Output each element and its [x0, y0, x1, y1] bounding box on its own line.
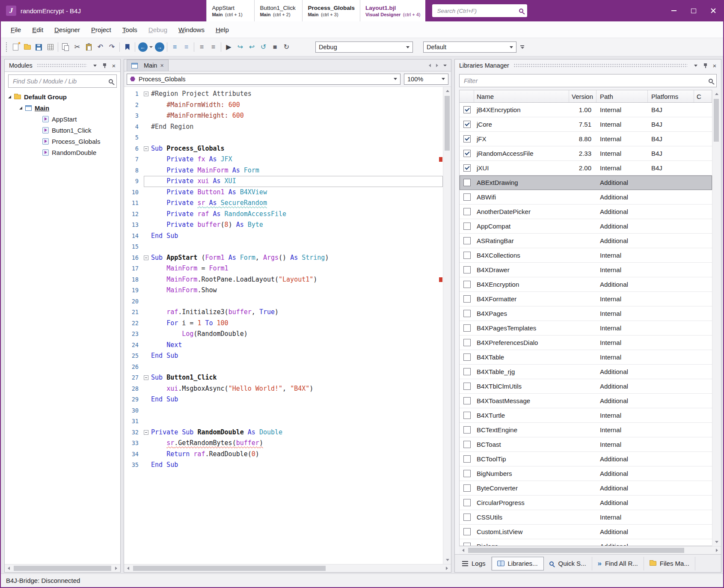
library-filter-input[interactable] — [463, 77, 706, 85]
step-out-icon[interactable]: ↺ — [258, 42, 269, 53]
zoom-dropdown[interactable]: 100% — [404, 74, 448, 85]
scroll-track[interactable] — [467, 546, 713, 554]
library-checkbox[interactable] — [463, 426, 471, 434]
panel-close-button[interactable]: × — [110, 62, 118, 69]
library-row-jfx[interactable]: jFX8.80InternalB4J — [460, 132, 712, 146]
library-vscrollbar[interactable] — [712, 90, 720, 546]
toolbar-overflow-icon[interactable] — [516, 42, 528, 53]
library-row-dialogs[interactable]: DialogsAdditional — [460, 539, 712, 546]
library-checkbox[interactable] — [463, 470, 471, 477]
library-row-byteconverter[interactable]: ByteConverterAdditional — [460, 481, 712, 496]
pin-button[interactable] — [701, 62, 709, 69]
library-checkbox[interactable] — [463, 179, 471, 186]
tree-sub-button1_click[interactable]: Button1_Click — [5, 125, 120, 136]
scroll-right-icon[interactable] — [112, 564, 120, 573]
navigate-back-icon[interactable]: ← — [137, 42, 148, 53]
library-checkbox[interactable] — [463, 383, 471, 390]
library-row-b4xtblclmutils[interactable]: B4XTblClmUtilsAdditional — [460, 379, 712, 394]
tree-sub-randomdouble[interactable]: RandomDouble — [5, 147, 120, 158]
modules-grid-icon[interactable] — [45, 42, 56, 53]
library-checkbox[interactable] — [463, 295, 471, 303]
run-icon[interactable]: ▶ — [223, 42, 234, 53]
scroll-track[interactable] — [443, 95, 451, 556]
uncomment-icon[interactable]: ≡ — [181, 42, 192, 53]
library-checkbox[interactable] — [463, 266, 471, 273]
navigate-forward-icon[interactable]: → — [154, 42, 165, 53]
library-checkbox[interactable] — [463, 310, 471, 317]
tree-module-main[interactable]: Main — [5, 102, 120, 113]
expander-icon[interactable] — [19, 107, 22, 110]
library-checkbox[interactable] — [463, 150, 471, 157]
library-checkbox[interactable] — [463, 353, 471, 361]
library-checkbox[interactable] — [463, 455, 471, 463]
tree-sub-process_globals[interactable]: Process_Globals — [5, 136, 120, 147]
library-checkbox[interactable] — [463, 237, 471, 244]
library-row-jxui[interactable]: jXUI2.00InternalB4J — [460, 161, 712, 175]
fold-collapse-icon[interactable] — [144, 146, 148, 151]
step-over-icon[interactable]: ↪ — [234, 42, 246, 53]
library-checkbox[interactable] — [463, 514, 471, 521]
library-checkbox[interactable] — [463, 135, 471, 143]
maximize-button[interactable] — [684, 0, 703, 21]
library-checkbox[interactable] — [463, 208, 471, 215]
menu-file[interactable]: File — [5, 26, 27, 33]
tree-sub-appstart[interactable]: AppStart — [5, 113, 120, 125]
library-row-bctooltip[interactable]: BCToolTipAdditional — [460, 452, 712, 466]
scroll-thumb[interactable] — [133, 566, 326, 571]
library-row-bctextengine[interactable]: BCTextEngineInternal — [460, 423, 712, 437]
library-row-appcompat[interactable]: AppCompatAdditional — [460, 219, 712, 234]
global-search-input[interactable] — [436, 7, 516, 15]
editor-vscrollbar[interactable] — [443, 87, 451, 564]
bottom-tab-find-all-r-[interactable]: »Find All R... — [592, 557, 644, 570]
library-checkbox[interactable] — [463, 281, 471, 288]
scroll-up-icon[interactable] — [443, 87, 451, 95]
rebuild-icon[interactable]: ↻ — [281, 42, 292, 53]
bottom-tab-libraries-[interactable]: Libraries... — [492, 557, 544, 570]
scroll-thumb[interactable] — [445, 96, 450, 151]
comment-icon[interactable]: ≡ — [169, 42, 181, 53]
header-version[interactable]: Version — [569, 90, 596, 102]
step-into-icon[interactable]: ↩ — [246, 42, 258, 53]
library-row-jrandomaccessfile[interactable]: jRandomAccessFile2.33InternalB4J — [460, 146, 712, 161]
menu-debug[interactable]: Debug — [143, 26, 173, 33]
library-row-bctoast[interactable]: BCToastInternal — [460, 437, 712, 452]
bookmark-icon[interactable] — [122, 42, 133, 53]
library-checkbox[interactable] — [463, 223, 471, 230]
stop-icon[interactable]: ■ — [269, 42, 281, 53]
scroll-thumb[interactable] — [468, 548, 684, 553]
scroll-right-icon[interactable] — [443, 564, 451, 573]
library-row-abwifi[interactable]: ABWifiAdditional — [460, 190, 712, 205]
panel-close-button[interactable]: × — [711, 62, 718, 69]
modules-search-input[interactable] — [12, 77, 106, 85]
run-configuration-dropdown[interactable]: Default — [423, 42, 516, 53]
library-row-asratingbar[interactable]: ASRatingBarAdditional — [460, 234, 712, 248]
title-tab-process-globals[interactable]: Process_GlobalsMain (ctrl + 3) — [302, 0, 360, 21]
scroll-track[interactable] — [712, 98, 720, 538]
fold-collapse-icon[interactable] — [144, 255, 148, 260]
navigate-back-caret-icon[interactable] — [148, 42, 154, 53]
tab-scroll-right-icon[interactable] — [436, 64, 438, 67]
panel-menu-button[interactable] — [692, 62, 700, 69]
sub-navigator-dropdown[interactable]: Process_Globals — [127, 74, 401, 85]
paste-icon[interactable] — [83, 42, 95, 53]
minimize-button[interactable] — [664, 0, 684, 21]
library-checkbox[interactable] — [463, 397, 471, 404]
bottom-tab-logs[interactable]: Logs — [457, 557, 492, 570]
library-row-b4xtable[interactable]: B4XTableInternal — [460, 350, 712, 365]
fold-collapse-icon[interactable] — [144, 375, 148, 380]
modules-panel-header[interactable]: Modules × — [5, 59, 120, 71]
tab-list-icon[interactable] — [443, 65, 447, 66]
title-tab-layout1-bjl[interactable]: Layout1.bjlVisual Designer (ctrl + 4) — [360, 0, 426, 21]
fold-collapse-icon[interactable] — [144, 430, 148, 435]
bottom-tab-quick-s-[interactable]: Quick S... — [544, 557, 592, 570]
menu-project[interactable]: Project — [86, 26, 117, 33]
header-platforms[interactable]: Platforms — [648, 90, 694, 102]
library-row-circularprogress[interactable]: CircularProgressAdditional — [460, 496, 712, 510]
new-module-icon[interactable] — [10, 42, 21, 53]
libraries-panel-header[interactable]: Libraries Manager × — [455, 59, 721, 71]
tree-group-default-group[interactable]: Default Group — [5, 91, 120, 102]
scroll-left-icon[interactable] — [5, 564, 13, 573]
close-button[interactable] — [703, 0, 723, 21]
library-checkbox[interactable] — [463, 441, 471, 448]
library-row-jb4xencryption[interactable]: jB4XEncryption1.00InternalB4J — [460, 103, 712, 117]
